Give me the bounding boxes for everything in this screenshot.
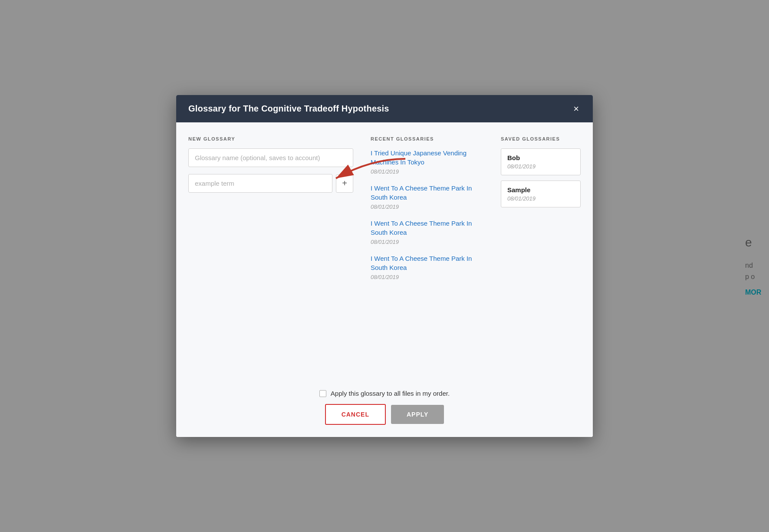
apply-all-files-row: Apply this glossary to all files in my o… xyxy=(319,390,450,397)
glossary-modal: Glossary for The Cognitive Tradeoff Hypo… xyxy=(176,95,593,437)
modal-body: NEW GLOSSARY + xyxy=(176,122,593,383)
modal-title: Glossary for The Cognitive Tradeoff Hypo… xyxy=(188,104,389,114)
new-glossary-section: NEW GLOSSARY + xyxy=(188,136,353,289)
new-glossary-label: NEW GLOSSARY xyxy=(188,136,353,141)
recent-glossary-item-2: I Went To A Cheese Theme Park In South K… xyxy=(371,219,483,245)
cancel-button[interactable]: CANCEL xyxy=(325,404,386,425)
recent-glossaries-section: RECENT GLOSSARIES I Tried Unique Japanes… xyxy=(371,136,483,289)
saved-glossary-name-0: Bob xyxy=(507,154,574,161)
recent-glossary-item-0: I Tried Unique Japanese Vending Machines… xyxy=(371,148,483,175)
recent-glossary-title-0[interactable]: I Tried Unique Japanese Vending Machines… xyxy=(371,148,483,167)
recent-glossary-title-3[interactable]: I Went To A Cheese Theme Park In South K… xyxy=(371,254,483,272)
recent-glossary-title-1[interactable]: I Went To A Cheese Theme Park In South K… xyxy=(371,184,483,202)
modal-columns: NEW GLOSSARY + xyxy=(188,136,581,289)
recent-glossaries-label: RECENT GLOSSARIES xyxy=(371,136,483,141)
recent-glossary-date-1: 08/01/2019 xyxy=(371,204,483,210)
saved-glossary-item-1[interactable]: Sample 08/01/2019 xyxy=(501,181,581,207)
recent-glossary-title-2[interactable]: I Went To A Cheese Theme Park In South K… xyxy=(371,219,483,237)
saved-glossary-date-1: 08/01/2019 xyxy=(507,195,574,202)
action-buttons: CANCEL APPLY xyxy=(325,404,444,425)
apply-all-files-checkbox[interactable] xyxy=(319,390,326,397)
recent-glossary-date-0: 08/01/2019 xyxy=(371,168,483,175)
add-term-button[interactable]: + xyxy=(336,174,353,193)
apply-button[interactable]: APPLY xyxy=(391,405,444,424)
modal-header: Glossary for The Cognitive Tradeoff Hypo… xyxy=(176,95,593,122)
apply-all-files-label: Apply this glossary to all files in my o… xyxy=(331,390,450,397)
saved-glossary-date-0: 08/01/2019 xyxy=(507,163,574,170)
glossary-name-input[interactable] xyxy=(188,148,353,167)
term-row: + xyxy=(188,174,353,193)
recent-glossary-item-3: I Went To A Cheese Theme Park In South K… xyxy=(371,254,483,280)
saved-glossary-item-0[interactable]: Bob 08/01/2019 xyxy=(501,148,581,175)
saved-glossaries-section: SAVED GLOSSARIES Bob 08/01/2019 Sample 0… xyxy=(501,136,581,289)
saved-glossaries-label: SAVED GLOSSARIES xyxy=(501,136,581,141)
recent-glossary-item-1: I Went To A Cheese Theme Park In South K… xyxy=(371,184,483,210)
modal-footer: Apply this glossary to all files in my o… xyxy=(176,383,593,437)
saved-glossary-name-1: Sample xyxy=(507,186,574,194)
term-input[interactable] xyxy=(188,174,332,193)
modal-close-button[interactable]: × xyxy=(572,104,581,114)
recent-glossary-date-2: 08/01/2019 xyxy=(371,239,483,245)
recent-glossary-date-3: 08/01/2019 xyxy=(371,274,483,280)
